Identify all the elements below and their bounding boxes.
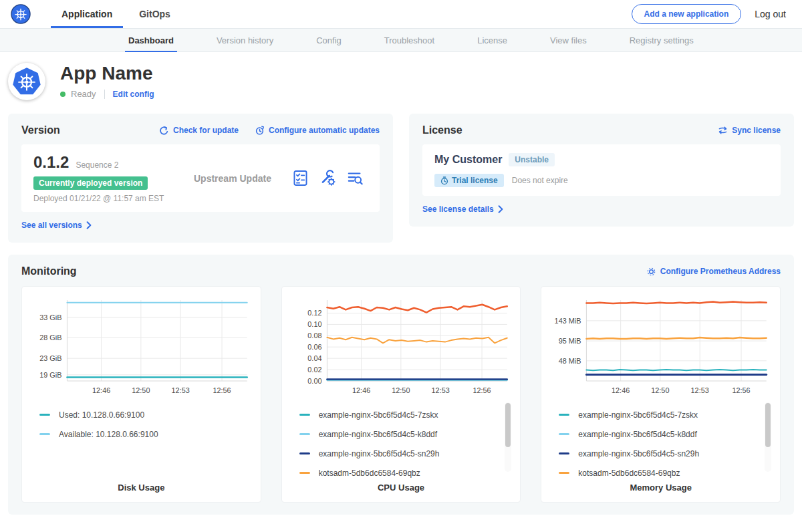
app-header: App Name Ready Edit config [0,52,802,108]
see-license-details-link[interactable]: See license details [422,205,503,214]
legend-scrollbar[interactable] [505,402,511,472]
kubernetes-logo [11,0,31,28]
legend-item: Used: 10.128.0.66:9100 [39,405,242,424]
svg-text:48 MiB: 48 MiB [559,357,581,365]
svg-text:12:53: 12:53 [691,386,709,394]
nav-tab-gitops[interactable]: GitOps [128,0,181,28]
memory-usage-legend: example-nginx-5bc6f5d4c5-7zskxexample-ng… [548,398,773,479]
memory-usage-title: Memory Usage [548,483,773,493]
svg-text:143 MiB: 143 MiB [555,317,581,325]
configure-prometheus-link[interactable]: Configure Prometheus Address [646,267,781,277]
subnav-tab-config[interactable]: Config [313,29,345,51]
legend-item: example-nginx-5bc6f5d4c5-k8ddf [559,424,761,444]
svg-text:0.12: 0.12 [307,309,321,317]
navbar-actions: Add a new application Log out [632,0,786,28]
svg-text:12:56: 12:56 [213,386,231,394]
svg-text:0.04: 0.04 [307,354,321,362]
legend-label: kotsadm-5db6dc6584-69qbz [319,469,420,478]
chevron-right-icon [498,205,503,213]
svg-text:33 GiB: 33 GiB [39,313,61,321]
sync-icon [718,126,728,135]
app-subnav: DashboardVersion historyConfigTroublesho… [0,28,802,52]
subnav-tab-version-history[interactable]: Version history [213,29,277,51]
legend-label: example-nginx-5bc6f5d4c5-sn29h [578,449,699,458]
svg-text:0.00: 0.00 [307,377,321,385]
svg-text:12:46: 12:46 [92,386,110,394]
current-version-panel: 0.1.2 Sequence 2 Currently deployed vers… [21,144,380,212]
see-all-versions-link[interactable]: See all versions [21,221,92,230]
legend-color-dash [39,414,50,416]
disk-usage-legend: Used: 10.128.0.66:9100Available: 10.128.… [29,398,254,479]
add-application-button[interactable]: Add a new application [632,4,742,24]
check-for-update-link[interactable]: Check for update [159,126,239,136]
logout-link[interactable]: Log out [755,9,786,19]
primary-nav-tabs: ApplicationGitOps [48,0,184,28]
svg-text:19 GiB: 19 GiB [39,371,61,379]
version-card: Version Check for update Configure au [8,114,393,243]
license-card: License Sync license My Customer Unstabl… [409,114,794,227]
legend-item: example-nginx-5bc6f5d4c5-sn29h [299,444,502,463]
legend-item: example-nginx-5bc6f5d4c5-sn29h [559,444,761,463]
disk-usage-panel: 12:4612:5012:5312:5633 GiB28 GiB23 GiB19… [21,286,261,503]
version-card-title: Version [21,124,60,136]
divider [104,90,105,99]
legend-color-dash [39,433,50,435]
legend-color-dash [299,472,310,474]
config-wrench-icon[interactable] [319,170,336,186]
legend-item: kotsadm-5db6dc6584-69qbz [299,463,502,479]
configure-automatic-updates-link[interactable]: Configure automatic updates [255,126,380,136]
legend-color-dash [559,414,569,416]
legend-label: example-nginx-5bc6f5d4c5-7zskx [578,410,698,420]
monitoring-title: Monitoring [21,265,77,277]
legend-label: kotsadm-5db6dc6584-69qbz [578,469,680,478]
legend-scrollbar-thumb[interactable] [505,403,511,447]
line-chart: 12:4612:5012:5312:56143 MiB95 MiB48 MiB [548,295,773,398]
stopwatch-icon [440,176,448,185]
cpu-usage-panel: 12:4612:5012:5312:560.120.100.080.060.04… [281,286,521,503]
line-chart: 12:4612:5012:5312:560.120.100.080.060.04… [289,295,514,398]
svg-text:0.08: 0.08 [307,331,321,340]
disk-usage-title: Disk Usage [29,483,254,493]
deploy-logs-icon[interactable] [347,170,364,186]
legend-item: example-nginx-5bc6f5d4c5-k8ddf [299,424,502,444]
edit-config-link[interactable]: Edit config [113,90,154,99]
svg-text:12:56: 12:56 [473,386,491,394]
legend-label: Available: 10.128.0.66:9100 [59,430,158,439]
legend-color-dash [299,452,310,454]
svg-text:0.02: 0.02 [307,366,321,374]
svg-text:12:50: 12:50 [392,386,410,394]
legend-item: kotsadm-5db6dc6584-69qbz [559,463,761,479]
legend-label: example-nginx-5bc6f5d4c5-k8ddf [319,430,437,439]
cpu-usage-title: CPU Usage [289,483,514,493]
subnav-tab-registry-settings[interactable]: Registry settings [626,29,697,51]
sync-license-link[interactable]: Sync license [718,126,781,135]
svg-text:12:50: 12:50 [132,386,150,394]
subnav-tab-view-files[interactable]: View files [547,29,590,51]
legend-scrollbar-thumb[interactable] [765,403,771,447]
page-title: App Name [60,63,154,84]
kubernetes-app-icon [12,67,41,96]
svg-text:12:53: 12:53 [172,386,190,394]
svg-text:12:56: 12:56 [732,386,751,394]
svg-text:23 GiB: 23 GiB [39,354,61,362]
version-sequence: Sequence 2 [76,160,118,170]
legend-item: Available: 10.128.0.66:9100 [39,424,242,444]
legend-label: example-nginx-5bc6f5d4c5-7zskx [319,410,438,420]
nav-tab-application[interactable]: Application [51,0,123,28]
legend-scrollbar[interactable] [765,402,771,472]
subnav-tab-troubleshoot[interactable]: Troubleshoot [381,29,438,51]
status-dot [60,92,65,97]
license-type-badge: Trial license [434,174,504,187]
version-source: Upstream Update [194,173,292,184]
gear-icon [646,267,656,277]
summary-cards-row: Version Check for update Configure au [0,108,802,243]
preflight-checks-icon[interactable] [292,170,309,186]
clock-refresh-icon [255,126,265,136]
subnav-tab-license[interactable]: License [474,29,511,51]
chevron-right-icon [86,221,92,229]
channel-badge: Unstable [509,153,555,166]
app-avatar [8,63,45,100]
kubernetes-logo-icon [11,4,31,24]
subnav-tab-dashboard[interactable]: Dashboard [125,29,177,51]
svg-text:12:46: 12:46 [352,386,370,394]
